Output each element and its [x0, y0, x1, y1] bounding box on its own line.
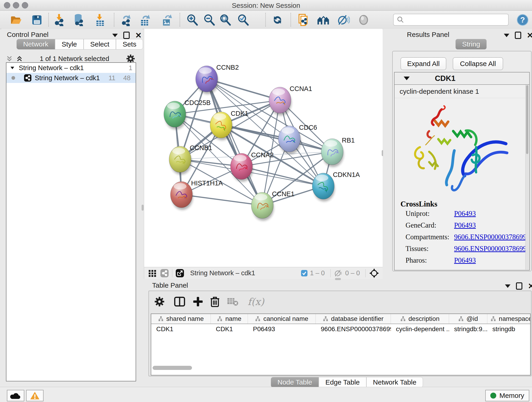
network-node-CCNA1[interactable] — [269, 87, 291, 115]
import-network-icon[interactable] — [53, 13, 66, 27]
memory-button[interactable]: Memory — [485, 390, 529, 401]
panel-close-icon[interactable]: ✕ — [135, 32, 142, 38]
crosslink-row: Tissues:9606.ENSP00000378699 — [405, 245, 526, 253]
column-header-name[interactable]: name — [211, 314, 248, 324]
node-label-CCNB1: CCNB1 — [190, 144, 212, 152]
tree-expand-icon[interactable] — [10, 65, 15, 70]
panel-close-icon[interactable]: ✕ — [528, 283, 532, 289]
network-node-CCNB1[interactable] — [169, 146, 191, 175]
tab-select[interactable]: Select — [84, 39, 116, 50]
table-cell: CDK1 — [151, 325, 211, 333]
table-horizontal-scrollbar[interactable] — [152, 366, 192, 370]
gear-icon[interactable] — [126, 54, 135, 63]
export-network-icon[interactable] — [120, 13, 133, 27]
network-node-RB1[interactable] — [321, 139, 344, 167]
delete-column-icon[interactable] — [208, 294, 222, 309]
show-all-icon[interactable] — [357, 13, 370, 27]
create-column-icon[interactable] — [191, 294, 205, 309]
crosslink-link[interactable]: 9606.ENSP00000378699 — [454, 233, 526, 241]
open-folder-icon[interactable] — [9, 13, 23, 27]
tab-network[interactable]: Network — [17, 39, 55, 50]
network-view-share-icon[interactable] — [160, 269, 169, 278]
network-node-CDC6[interactable] — [278, 126, 301, 154]
tab-sets[interactable]: Sets — [116, 39, 143, 50]
panel-close-icon[interactable]: ✕ — [527, 32, 532, 38]
tab-string[interactable]: String — [456, 39, 487, 50]
panel-float-icon[interactable] — [123, 32, 130, 39]
memory-label: Memory — [500, 392, 524, 400]
crosslink-link[interactable]: P06493 — [454, 256, 476, 264]
node-label-CCNA2: CCNA2 — [251, 151, 273, 159]
collapse-all-icon[interactable] — [6, 55, 13, 62]
crosslink-link[interactable]: P06493 — [454, 221, 476, 230]
hide-selected-icon[interactable] — [337, 13, 350, 27]
column-header-@id[interactable]: @id — [449, 314, 487, 324]
crosslink-link[interactable]: 9606.ENSP00000378699 — [454, 245, 526, 253]
grid-view-icon[interactable] — [148, 269, 157, 277]
expand-all-button[interactable]: Expand All — [400, 57, 446, 70]
node-label-CDKN1A: CDKN1A — [333, 171, 360, 178]
first-neighbors-icon[interactable] — [317, 13, 330, 27]
network-node-CCNA2[interactable] — [230, 153, 253, 182]
hidden-count: 0 – 0 — [345, 269, 360, 277]
network-node-CCNE1[interactable] — [251, 192, 274, 221]
export-image-icon[interactable] — [160, 13, 174, 27]
network-collection-row[interactable]: String Network – cdk1 1 — [6, 63, 136, 73]
zoom-selected-icon[interactable] — [237, 13, 250, 27]
tab-edge-table[interactable]: Edge Table — [319, 377, 366, 388]
tab-network-table[interactable]: Network Table — [366, 377, 423, 388]
column-header-canonical-name[interactable]: canonical name — [248, 314, 316, 324]
table-settings-gear-icon[interactable] — [152, 294, 167, 309]
warning-button[interactable] — [26, 390, 44, 401]
node-label-CCNE1: CCNE1 — [272, 190, 294, 198]
refresh-icon[interactable] — [271, 13, 284, 27]
network-edge-HIST1H1A-CCNE1[interactable] — [181, 195, 262, 205]
zoom-out-icon[interactable] — [203, 13, 216, 27]
results-scrollbar[interactable] — [525, 85, 529, 269]
show-columns-icon[interactable] — [172, 294, 187, 309]
search-input[interactable] — [405, 16, 508, 24]
column-header-description[interactable]: description — [391, 314, 449, 324]
panel-collapse-icon[interactable] — [505, 284, 510, 288]
panel-collapse-icon[interactable] — [112, 34, 118, 37]
import-network-from-database-icon[interactable] — [72, 13, 85, 27]
network-node-CDKN1A[interactable] — [312, 173, 335, 201]
detach-view-icon[interactable] — [176, 269, 184, 278]
table-row[interactable]: CDK1CDK1P064939606.ENSP00000378699cyclin… — [151, 324, 530, 334]
toolbar-separator — [265, 13, 266, 27]
network-node-HIST1H1A[interactable] — [171, 182, 193, 210]
crosslink-label: Pharos: — [405, 256, 454, 264]
panel-float-icon[interactable] — [515, 32, 521, 39]
gene-name: CDK1 — [435, 74, 456, 83]
column-header-shared-name[interactable]: shared name — [151, 314, 211, 324]
export-table-icon[interactable] — [138, 13, 152, 27]
gene-card-header[interactable]: CDK1 — [394, 72, 529, 85]
zoom-in-icon[interactable] — [186, 13, 199, 27]
crosslink-link[interactable]: P06493 — [454, 210, 476, 218]
save-session-icon[interactable] — [30, 13, 44, 27]
splitter-handle[interactable] — [142, 205, 144, 211]
network-canvas[interactable]: CCNB2CCNA1CDC25BCDK1CDC6RB1CCNB1CCNA2CDK… — [144, 29, 383, 267]
collapse-all-button[interactable]: Collapse All — [453, 57, 503, 70]
network-node-CDC25B[interactable] — [164, 101, 186, 129]
cloud-button[interactable] — [7, 390, 24, 401]
zoom-fit-icon[interactable] — [219, 13, 232, 27]
panel-collapse-icon[interactable] — [504, 34, 509, 37]
help-icon[interactable]: ? — [516, 13, 529, 27]
birdseye-crosshair-icon[interactable] — [369, 268, 380, 279]
import-table-icon[interactable] — [94, 13, 107, 27]
panel-float-icon[interactable] — [516, 282, 522, 290]
tab-style[interactable]: Style — [55, 39, 84, 50]
network-row[interactable]: String Network – cdk1 11 48 — [6, 73, 136, 83]
column-header-namespace[interactable]: namespace — [487, 314, 531, 324]
network-node-CDK1[interactable] — [210, 112, 233, 140]
selected-checkbox-icon[interactable] — [301, 270, 308, 277]
network-node-CCNB2[interactable] — [196, 66, 218, 94]
search-field[interactable] — [393, 14, 509, 26]
new-network-from-selection-icon[interactable] — [297, 13, 310, 27]
splitter-handle[interactable] — [335, 278, 341, 280]
column-header-database-identifier[interactable]: database identifier — [316, 314, 391, 324]
collapse-entry-icon[interactable] — [404, 77, 410, 80]
tab-node-table[interactable]: Node Table — [271, 377, 319, 388]
expand-all-icon[interactable] — [16, 55, 23, 62]
